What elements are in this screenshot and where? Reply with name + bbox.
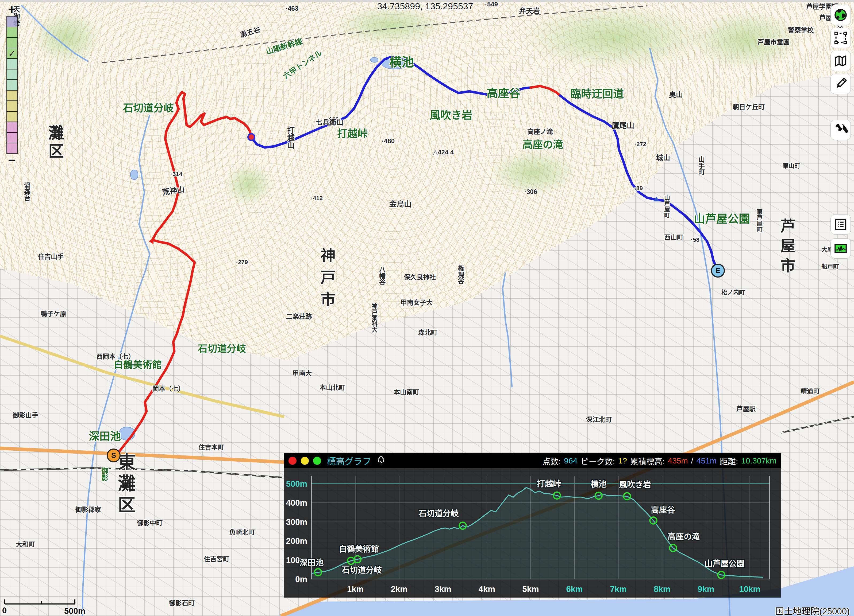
base-map-label: 芦屋市霊園 — [758, 37, 790, 46]
base-map-label: 芦屋駅 — [737, 404, 756, 413]
stat-value: 451m — [697, 456, 717, 465]
base-map-label: 二楽荘跡 — [286, 311, 312, 321]
base-map-label: 打越山 — [285, 126, 296, 149]
svg-text:6km: 6km — [566, 584, 583, 594]
base-map-label: 甲南大 — [293, 368, 312, 377]
svg-text:3km: 3km — [435, 584, 451, 594]
svg-text:深田池: 深田池 — [300, 558, 324, 567]
svg-text:4km: 4km — [479, 584, 495, 594]
list-button[interactable] — [831, 214, 851, 234]
base-map-label: 奥山 — [669, 89, 683, 99]
base-map-label: △424 4 — [433, 149, 454, 156]
layer-swatch-9[interactable] — [6, 111, 18, 122]
layer-swatch-0[interactable] — [6, 16, 18, 27]
layer-swatch-2[interactable] — [6, 37, 18, 48]
svg-text:500m: 500m — [286, 479, 307, 488]
svg-text:高座の滝: 高座の滝 — [668, 532, 700, 541]
window-zoom-button[interactable] — [313, 457, 321, 465]
zoom-out-button[interactable]: − — [8, 154, 19, 167]
base-map-label: ·480 — [382, 137, 395, 145]
base-map-label: 精道町 — [801, 386, 820, 395]
layer-swatch-11[interactable] — [6, 132, 18, 143]
svg-text:白鶴美術館: 白鶴美術館 — [339, 545, 379, 553]
stat-label: 累積標高: — [630, 455, 665, 467]
track-direction-arrow — [149, 238, 154, 244]
base-map-label: 西山町 — [664, 232, 683, 242]
base-map-label: 岡本（七） — [152, 383, 185, 393]
map-waypoint-label: 石切道分岐 — [123, 100, 174, 114]
window-minimize-button[interactable] — [301, 457, 309, 465]
map-waypoint-label: 高座谷 — [486, 84, 520, 100]
base-map-label: 八幡谷 — [377, 266, 387, 285]
window-close-button[interactable] — [288, 457, 296, 465]
base-map-label: 朝日ケ丘町 — [733, 102, 765, 111]
base-map-label: 保久良神社 — [404, 272, 436, 281]
layer-palette: + ✓ − — [5, 3, 19, 167]
layer-swatch-6[interactable] — [6, 79, 18, 91]
base-map-label: 警察学校 — [788, 25, 814, 34]
svg-text:風吹き岩: 風吹き岩 — [619, 480, 651, 489]
stat-label: ピーク数: — [581, 455, 615, 467]
layer-swatch-10[interactable] — [6, 122, 18, 133]
svg-text:1km: 1km — [347, 584, 364, 594]
zoom-in-button[interactable]: + — [8, 3, 19, 16]
track-end-marker: E — [711, 264, 725, 278]
base-map-label: 鷹尾山 — [612, 120, 634, 130]
globe-button[interactable] — [831, 5, 851, 25]
base-map-label: 御影 — [99, 467, 109, 481]
stat-value: 10.307km — [741, 456, 776, 465]
stat-value: 1? — [618, 456, 627, 465]
layer-swatch-1[interactable] — [6, 27, 18, 38]
elevation-chart[interactable]: 1km2km3km4km5km6km7km8km9km10km500m400m3… — [284, 453, 781, 598]
base-map-label: 芦屋市 — [776, 218, 798, 278]
svg-text:7km: 7km — [610, 584, 627, 594]
stat-label: / — [691, 456, 693, 465]
select-area-button[interactable] — [831, 28, 851, 48]
base-map-label: 高座ノ滝 — [527, 126, 553, 136]
svg-text:石切道分岐: 石切道分岐 — [418, 509, 459, 518]
waypoint-triangle-icon — [653, 196, 659, 201]
layer-swatch-5[interactable] — [6, 69, 18, 80]
layer-swatch-3[interactable]: ✓ — [6, 48, 18, 59]
layer-swatch-8[interactable] — [6, 100, 18, 112]
base-map-label: 深江北町 — [586, 414, 612, 424]
base-map-label: 本山南町 — [393, 387, 419, 396]
map-waypoint-label: 白鶴美術館 — [114, 357, 162, 371]
pencil-button[interactable] — [831, 74, 851, 94]
tree-icon[interactable] — [377, 455, 385, 466]
svg-text:横池: 横池 — [591, 479, 607, 488]
base-map-label: 本山北町 — [320, 382, 345, 392]
base-map-label: 森北町 — [418, 327, 438, 336]
scale-distance-label: 500m — [64, 606, 85, 616]
map-button[interactable] — [831, 51, 851, 71]
base-map-label: 松ノ内町 — [721, 287, 745, 296]
base-map-label: 住吉宮町 — [204, 554, 229, 563]
track-stats: 点数:964ピーク数:1?累積標高:435m/451m距離:10.307km — [543, 453, 776, 468]
elevation-panel[interactable]: 1km2km3km4km5km6km7km8km9km10km500m400m3… — [284, 453, 781, 598]
base-map-label: ·89 — [634, 185, 643, 192]
base-map-label: 大和町 — [16, 539, 35, 548]
map-waypoint-label: 深田池 — [89, 428, 121, 443]
map-canvas[interactable]: 天狗岩·549·463弁天岩芦屋学園短芦屋大剣谷警察学校芦屋市霊園黒五谷山陽新幹… — [0, 0, 854, 616]
svg-text:石切道分岐: 石切道分岐 — [342, 566, 382, 574]
base-map-label: 御影山手 — [12, 410, 38, 420]
svg-text:高座谷: 高座谷 — [651, 505, 675, 514]
svg-text:10km: 10km — [739, 584, 760, 594]
right-toolbar — [831, 0, 852, 616]
base-map-label: 城山 — [656, 152, 670, 162]
top-edge-bar — [0, 0, 854, 2]
layer-swatch-7[interactable] — [6, 90, 18, 101]
elevation-graph-button[interactable] — [831, 238, 851, 259]
base-map-label: 神戸市 — [316, 248, 338, 313]
base-map-label: 金鳥山 — [389, 198, 412, 209]
base-map-label: 住吉山手 — [38, 251, 64, 261]
track-start-marker: S — [107, 449, 120, 462]
svg-text:200m: 200m — [286, 536, 307, 546]
base-map-label: 山手町 — [697, 156, 706, 175]
base-map-label: ·412 — [311, 195, 323, 202]
wrench-button[interactable] — [831, 120, 851, 140]
layer-swatch-12[interactable] — [6, 143, 18, 154]
stat-label: 距離: — [720, 455, 738, 467]
base-map-label: 灘区 — [44, 125, 66, 161]
layer-swatch-4[interactable] — [6, 58, 18, 70]
